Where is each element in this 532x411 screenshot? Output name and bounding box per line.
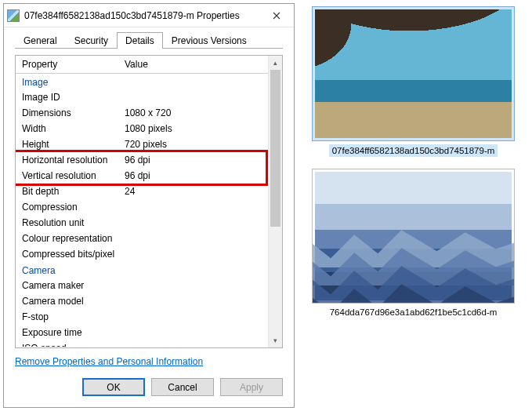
window-title: 07fe384ff6582138ad150c3bd7451879-m Prope… [24, 10, 259, 21]
row-resolution-unit[interactable]: Resolution unit [16, 215, 268, 231]
thumbnail-caption-1: 07fe384ff6582138ad150c3bd7451879-m [329, 144, 498, 157]
ok-button[interactable]: OK [82, 378, 145, 396]
tab-details[interactable]: Details [117, 32, 163, 49]
properties-dialog: 07fe384ff6582138ad150c3bd7451879-m Prope… [3, 3, 295, 408]
row-exposure-time[interactable]: Exposure time [16, 325, 268, 340]
apply-button[interactable]: Apply [220, 378, 283, 396]
row-camera-model[interactable]: Camera model [16, 293, 268, 309]
thumbnail-image-1 [312, 6, 515, 141]
row-compression[interactable]: Compression [16, 199, 268, 215]
vertical-scrollbar[interactable]: ▴ ▾ [268, 56, 282, 347]
tab-security[interactable]: Security [66, 32, 117, 49]
row-vertical-resolution[interactable]: Vertical resolution96 dpi [16, 168, 266, 184]
row-width[interactable]: Width1080 pixels [16, 121, 268, 136]
row-compressed-bits-pixel[interactable]: Compressed bits/pixel [16, 246, 268, 262]
row-bit-depth[interactable]: Bit depth24 [16, 184, 268, 199]
row-iso-speed[interactable]: ISO speed [16, 340, 268, 347]
header-property: Property [16, 59, 121, 70]
image-file-icon [7, 9, 20, 22]
scroll-thumb[interactable] [270, 70, 280, 227]
highlight-box: Horizontal resolution96 dpi Vertical res… [16, 150, 268, 186]
row-horizontal-resolution[interactable]: Horizontal resolution96 dpi [16, 152, 266, 168]
scroll-track[interactable] [269, 70, 282, 333]
details-panel: Property Value Image Image ID Dimensions… [15, 55, 283, 348]
tab-general[interactable]: General [15, 32, 66, 49]
scroll-up-icon[interactable]: ▴ [269, 56, 282, 70]
cancel-button[interactable]: Cancel [151, 378, 214, 396]
remove-properties-link[interactable]: Remove Properties and Personal Informati… [15, 356, 203, 367]
thumbnail-selected[interactable]: 07fe384ff6582138ad150c3bd7451879-m [308, 3, 519, 157]
thumbnail-image-2 [312, 169, 515, 304]
row-colour-representation[interactable]: Colour representation [16, 231, 268, 246]
section-camera: Camera [16, 262, 268, 278]
dialog-buttons: OK Cancel Apply [4, 367, 294, 407]
row-camera-maker[interactable]: Camera maker [16, 278, 268, 293]
close-button[interactable] [259, 4, 294, 27]
close-icon [273, 12, 280, 20]
titlebar: 07fe384ff6582138ad150c3bd7451879-m Prope… [4, 4, 294, 27]
tab-previous-versions[interactable]: Previous Versions [163, 32, 255, 49]
thumbnail[interactable]: 764dda767d96e3a1abd62f1be5c1cd6d-m [308, 165, 519, 318]
property-list: Property Value Image Image ID Dimensions… [15, 55, 283, 348]
row-height[interactable]: Height720 pixels [16, 136, 268, 152]
header-value: Value [121, 59, 268, 70]
tab-strip: General Security Details Previous Versio… [4, 29, 294, 49]
row-f-stop[interactable]: F-stop [16, 309, 268, 325]
row-dimensions[interactable]: Dimensions1080 x 720 [16, 105, 268, 121]
row-image-id[interactable]: Image ID [16, 89, 268, 105]
scroll-down-icon[interactable]: ▾ [269, 333, 282, 347]
thumbnail-caption-2: 764dda767d96e3a1abd62f1be5c1cd6d-m [330, 306, 498, 318]
section-image: Image [16, 74, 268, 89]
column-headers: Property Value [16, 56, 268, 74]
